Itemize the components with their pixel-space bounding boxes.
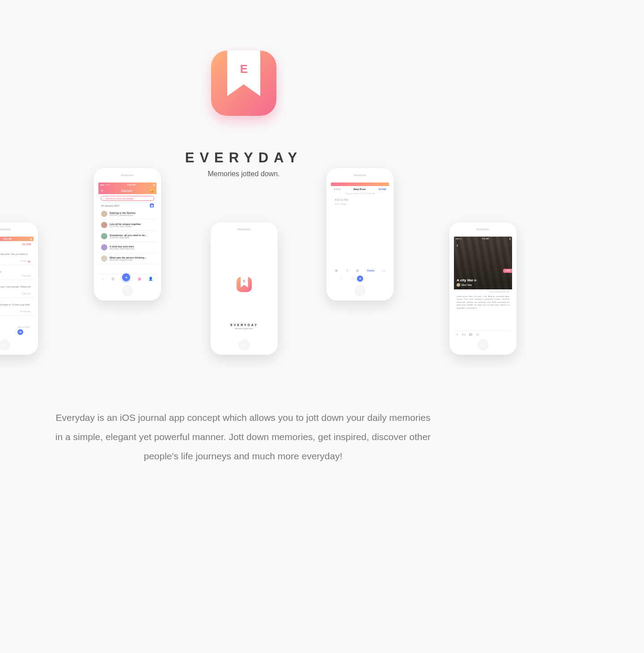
tab-bar: ⌂ ▦ + ▦ 👤 [98, 274, 157, 284]
search-icon: ⌕ [103, 197, 104, 200]
splash-title: EVERYDAY [215, 323, 273, 326]
post-item[interactable]: Soaring in the Destiny8:03 PM | Christin… [98, 208, 157, 220]
calendar-icon[interactable]: ▦ [150, 204, 154, 208]
bookmark-icon: E [227, 51, 260, 96]
body-input[interactable]: Start writing… [331, 202, 389, 206]
status-bar: ●●● ○○9:41 AM▮ [0, 237, 34, 241]
comment-item[interactable]: a Miller Yes! I love beaches and things … [0, 298, 34, 316]
post-stats: ♥ 342 💬 39 [454, 331, 512, 338]
avatar [101, 255, 107, 262]
author-name: Elliott Yates [462, 284, 472, 286]
text-icon[interactable]: Aa [352, 277, 356, 280]
title-input[interactable]: Add a title [331, 195, 389, 202]
avatar [101, 244, 107, 250]
app-description: Everyday is an iOS journal app concept w… [54, 408, 432, 466]
menu-icon[interactable]: ≡ [101, 189, 103, 193]
app-icon-small: E [237, 277, 252, 292]
post-item[interactable]: A slow but sure start.09:20 AM | Addie M… [98, 242, 157, 253]
tag-icon[interactable]: ◻ [382, 269, 385, 272]
post-item[interactable]: Lets all be unique together02:27 PM | Je… [98, 220, 157, 231]
comments-count: 39 [476, 333, 479, 336]
grid-icon[interactable]: ▦ [138, 277, 141, 281]
status-bar: ●●● ○○ ▾9:41 AM▮ [98, 182, 157, 187]
calendar-icon[interactable]: ▦ [335, 269, 338, 272]
done-button[interactable]: DONE [379, 188, 386, 191]
home-icon[interactable]: ⌂ [102, 277, 104, 281]
app-icon-letter: E [240, 62, 247, 76]
phone-new-post: SAVE New Post DONE Diary for January 4, … [326, 168, 394, 301]
comment-icon[interactable]: 💬 [469, 333, 472, 336]
bell-icon[interactable]: 🔔 [150, 189, 154, 192]
likes-count: 342 [462, 333, 466, 336]
splash-subtitle: Memories jotted down. [215, 327, 273, 330]
phone-comments: ●●● ○○9:41 AM▮ Comments CLOSE Vargas Wou… [0, 222, 38, 355]
post-body: Lorem ipsum dolor sit amet, c elit. Aene… [454, 294, 512, 310]
phone-discover: ●●● ○○ ▾9:41 AM▮ ≡ Discover 🔔 ⌕ Search f… [94, 168, 161, 301]
phone-post-detail: ●●● ○○9:41 AM▮ ‹ 2 JAN A city like n Ell… [449, 222, 517, 355]
compose-toolbar: ▦ ⚲ ▣ Public ◻ [331, 267, 389, 274]
avatar [457, 283, 460, 287]
add-post-button[interactable]: + [122, 273, 130, 281]
search-placeholder: Search for posts and people [106, 197, 134, 200]
search-input[interactable]: ⌕ Search for posts and people [101, 196, 154, 201]
date-badge: 2 JAN [503, 269, 512, 273]
post-item[interactable]: What was the person thinking…08:20 AM | … [98, 253, 157, 264]
posted-time: Posted at 04:50 PM | Tue [454, 289, 512, 294]
add-comment-hint: Add comment [17, 326, 30, 328]
list-icon[interactable]: ≡ [365, 277, 367, 280]
calendar-tab-icon[interactable]: ▦ [111, 277, 115, 281]
image-icon[interactable]: ▣ [356, 269, 359, 272]
date-label: 04 January 2017 [101, 204, 119, 207]
status-bar: ●●● ○○9:41 AM▮ [454, 237, 512, 240]
close-button[interactable]: CLOSE [22, 243, 31, 246]
screen-title: New Post [354, 188, 366, 191]
status-bar [331, 182, 389, 186]
app-title: EVERYDAY [0, 150, 487, 166]
visibility-toggle[interactable]: Public [367, 269, 375, 272]
comment-item[interactable]: anders Would like to go there now. I lov… [0, 280, 34, 298]
avatar [101, 211, 107, 217]
attach-icon[interactable]: ◇ [340, 277, 342, 280]
avatar [101, 233, 107, 239]
comment-item[interactable]: n It's over! Looking great! 1 hour ago [0, 265, 34, 280]
send-comment-button[interactable]: ➜ [17, 329, 23, 335]
location-icon[interactable]: ⚲ [346, 269, 348, 272]
back-icon[interactable]: ‹ [457, 243, 458, 248]
post-item[interactable]: Sometimes, all you need to do…10:40 AM |… [98, 231, 157, 242]
profile-icon[interactable]: 👤 [148, 277, 153, 281]
phone-splash: E EVERYDAY Memories jotted down. [211, 222, 278, 355]
avatar [101, 222, 107, 228]
app-tagline: Memories jotted down. [0, 170, 487, 178]
post-title: A city like n [457, 278, 509, 282]
app-icon: E [211, 51, 276, 116]
more-icon[interactable]: … [377, 277, 380, 280]
save-button[interactable]: SAVE [334, 188, 341, 191]
heart-icon[interactable]: ♥ [457, 333, 458, 336]
heart-icon[interactable]: ♥ [28, 260, 30, 263]
screen-title: Discover [121, 189, 132, 192]
